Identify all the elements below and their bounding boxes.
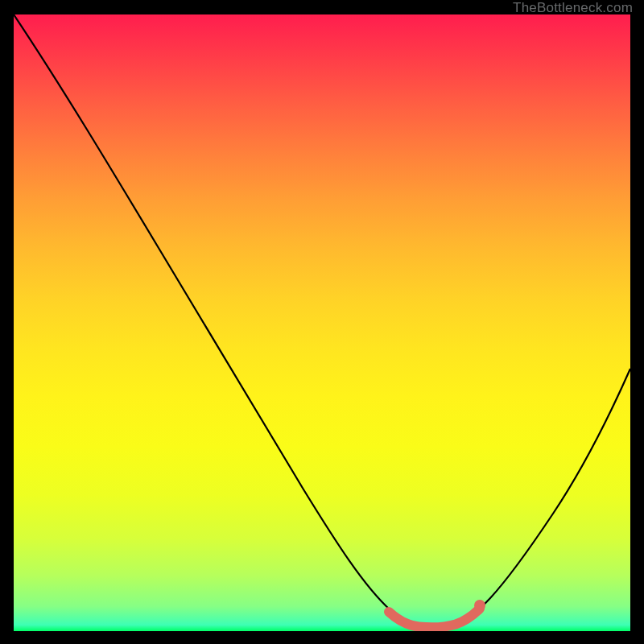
optimal-segment	[389, 609, 480, 627]
optimal-endpoint-marker	[474, 600, 485, 611]
watermark-text: TheBottleneck.com	[513, 0, 633, 16]
chart-container: TheBottleneck.com	[0, 0, 644, 644]
bottleneck-curve	[14, 14, 630, 627]
curve-layer	[14, 14, 630, 631]
plot-area	[14, 14, 630, 631]
